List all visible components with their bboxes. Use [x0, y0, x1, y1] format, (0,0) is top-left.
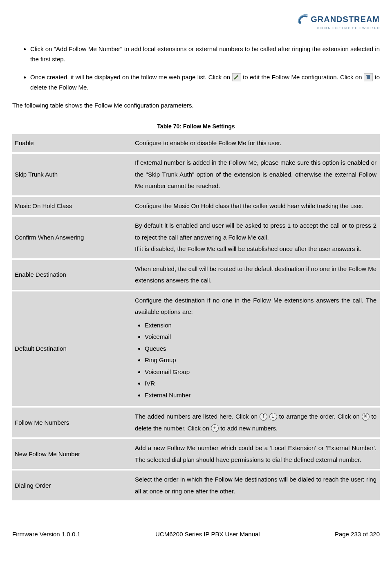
setting-desc-part: to arrange the order. Click on	[279, 413, 362, 420]
table-intro: The following table shows the Follow Me …	[12, 100, 380, 111]
setting-label: Follow Me Numbers	[12, 407, 132, 438]
table-row: Follow Me Numbers The added numbers are …	[12, 407, 380, 438]
setting-desc: Configure the Music On Hold class that t…	[132, 196, 380, 216]
setting-desc: When enabled, the call will be routed to…	[132, 259, 380, 291]
footer-page: Page 233 of 320	[335, 529, 380, 540]
setting-label: New Follow Me Number	[12, 438, 132, 470]
setting-desc-line: By default it is enabled and user will b…	[135, 222, 376, 241]
setting-desc: Configure to enable or disable Follow Me…	[132, 134, 380, 153]
brand-name: GRANDSTREAM	[311, 12, 380, 26]
setting-desc: The added numbers are listed here. Click…	[132, 407, 380, 438]
instruction-text: Click on "Add Follow Me Number" to add l…	[30, 45, 380, 63]
delete-icon	[364, 73, 373, 81]
svg-point-0	[299, 21, 301, 24]
option-item: Voicemail Group	[145, 366, 376, 378]
svg-rect-2	[366, 75, 370, 76]
settings-table: Enable Configure to enable or disable Fo…	[12, 134, 380, 501]
table-row: Enable Configure to enable or disable Fo…	[12, 134, 380, 153]
arrow-up-icon: ⭡	[260, 413, 267, 421]
instruction-item: Once created, it will be displayed on th…	[30, 72, 380, 93]
page-footer: Firmware Version 1.0.0.1 UCM6200 Series …	[12, 529, 380, 540]
brand-tagline: C O N N E C T I N G T H E W O R L D	[298, 25, 380, 31]
header-logo: GRANDSTREAM C O N N E C T I N G T H E W …	[12, 12, 380, 32]
setting-label: Enable Destination	[12, 259, 132, 291]
setting-desc: Select the order in which the Follow Me …	[132, 470, 380, 500]
setting-desc-part: to add new numbers.	[220, 425, 278, 432]
instruction-list: Click on "Add Follow Me Number" to add l…	[12, 44, 380, 93]
table-row: Default Destination Configure the destin…	[12, 291, 380, 407]
table-row: Confirm When Answering By default it is …	[12, 216, 380, 259]
instruction-text: to edit the Follow Me configuration. Cli…	[243, 74, 364, 81]
setting-label: Skip Trunk Auth	[12, 153, 132, 196]
table-row: Enable Destination When enabled, the cal…	[12, 259, 380, 291]
table-row: New Follow Me Number Add a new Follow Me…	[12, 438, 380, 470]
table-row: Skip Trunk Auth If external number is ad…	[12, 153, 380, 196]
setting-desc-part: The added numbers are listed here. Click…	[135, 413, 260, 420]
footer-title: UCM6200 Series IP PBX User Manual	[155, 529, 260, 540]
setting-desc-intro: Configure the destination if no one in t…	[135, 297, 376, 316]
setting-label: Confirm When Answering	[12, 216, 132, 259]
instruction-item: Click on "Add Follow Me Number" to add l…	[30, 44, 380, 65]
instruction-text: Once created, it will be displayed on th…	[30, 74, 232, 81]
edit-icon	[232, 73, 241, 81]
setting-desc: Configure the destination if no one in t…	[132, 291, 380, 407]
setting-desc: Add a new Follow Me number which could b…	[132, 438, 380, 470]
brand-globe-icon	[298, 14, 308, 24]
setting-desc: By default it is enabled and user will b…	[132, 216, 380, 259]
option-item: Queues	[145, 343, 376, 355]
option-item: Voicemail	[145, 331, 376, 343]
remove-icon: ✕	[362, 413, 370, 421]
setting-label: Dialing Order	[12, 470, 132, 500]
setting-label: Default Destination	[12, 291, 132, 407]
svg-rect-1	[367, 76, 370, 79]
option-item: Extension	[145, 320, 376, 332]
option-item: Ring Group	[145, 354, 376, 366]
footer-firmware: Firmware Version 1.0.0.1	[12, 529, 81, 540]
setting-desc-line: If it is disabled, the Follow Me call wi…	[135, 245, 361, 252]
setting-desc: If external number is added in the Follo…	[132, 153, 380, 196]
options-list: Extension Voicemail Queues Ring Group Vo…	[135, 320, 376, 401]
option-item: External Number	[145, 390, 376, 401]
table-row: Music On Hold Class Configure the Music …	[12, 196, 380, 216]
add-icon: ＋	[211, 424, 219, 432]
setting-label: Music On Hold Class	[12, 196, 132, 216]
setting-label: Enable	[12, 134, 132, 153]
arrow-down-icon: ⭣	[269, 413, 277, 421]
option-item: IVR	[145, 378, 376, 390]
table-caption: Table 70: Follow Me Settings	[12, 122, 380, 132]
table-row: Dialing Order Select the order in which …	[12, 470, 380, 500]
